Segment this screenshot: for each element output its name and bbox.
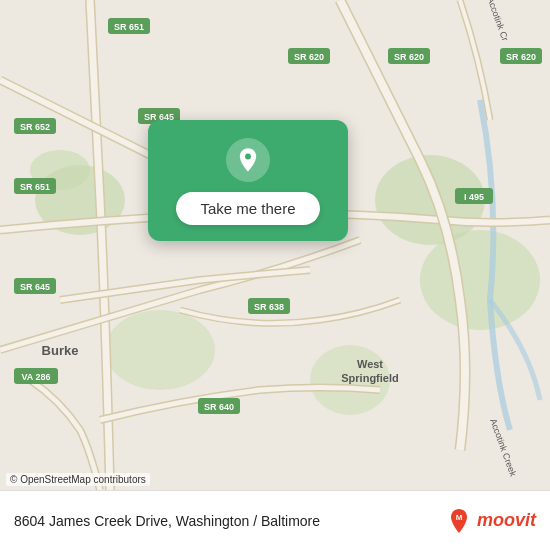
- svg-point-36: [245, 154, 251, 160]
- footer: 8604 James Creek Drive, Washington / Bal…: [0, 490, 550, 550]
- svg-text:M: M: [456, 513, 463, 522]
- svg-text:SR 620: SR 620: [506, 52, 536, 62]
- svg-text:SR 620: SR 620: [394, 52, 424, 62]
- map-svg: SR 651 SR 652 SR 620 SR 620 SR 620 SR 64…: [0, 0, 550, 490]
- svg-text:SR 652: SR 652: [20, 122, 50, 132]
- popup-card: Take me there: [148, 120, 348, 241]
- moovit-logo: M moovit: [445, 507, 536, 535]
- moovit-text: moovit: [477, 510, 536, 531]
- svg-text:SR 640: SR 640: [204, 402, 234, 412]
- svg-point-4: [420, 230, 540, 330]
- take-me-there-button[interactable]: Take me there: [176, 192, 319, 225]
- footer-address: 8604 James Creek Drive, Washington / Bal…: [14, 513, 320, 529]
- svg-text:SR 651: SR 651: [114, 22, 144, 32]
- location-icon-wrap: [226, 138, 270, 182]
- svg-text:Springfield: Springfield: [341, 372, 398, 384]
- location-pin-icon: [234, 146, 262, 174]
- svg-text:I 495: I 495: [464, 192, 484, 202]
- svg-text:VA 286: VA 286: [21, 372, 50, 382]
- svg-text:West: West: [357, 358, 383, 370]
- svg-text:SR 638: SR 638: [254, 302, 284, 312]
- svg-text:Burke: Burke: [42, 343, 79, 358]
- attribution-bar: © OpenStreetMap contributors: [6, 473, 150, 486]
- attribution-text: © OpenStreetMap contributors: [10, 474, 146, 485]
- svg-text:SR 651: SR 651: [20, 182, 50, 192]
- svg-text:SR 645: SR 645: [20, 282, 50, 292]
- moovit-logo-icon: M: [445, 507, 473, 535]
- svg-text:SR 620: SR 620: [294, 52, 324, 62]
- svg-point-6: [105, 310, 215, 390]
- map-container: SR 651 SR 652 SR 620 SR 620 SR 620 SR 64…: [0, 0, 550, 490]
